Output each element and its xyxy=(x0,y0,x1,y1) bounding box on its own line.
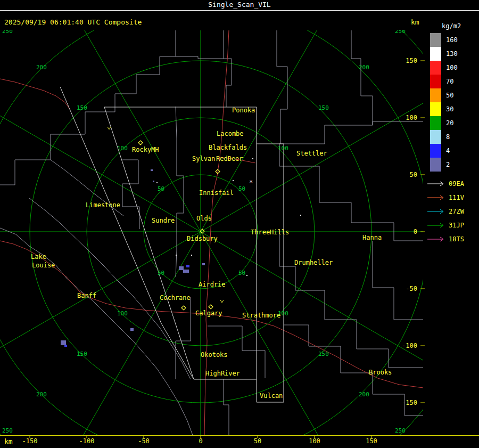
window-title-bar: Single_Scan_VIL xyxy=(0,0,479,11)
city-label: Drumheller xyxy=(294,259,333,266)
city-label: Limestone xyxy=(86,201,120,209)
bottom-axis-tick-label: -50 xyxy=(138,437,150,445)
legend-scale-row: 50 xyxy=(426,88,479,102)
legend-marker-label: 09EA xyxy=(449,180,464,188)
legend-scale-row: 70 xyxy=(426,75,479,88)
bottom-axis-tick-label: -150 xyxy=(22,437,38,445)
town-dot xyxy=(300,215,301,216)
legend-marker-label: 27ZW xyxy=(449,208,464,215)
town-dot xyxy=(156,182,158,183)
legend-scale-row: 2 xyxy=(426,158,479,172)
legend-scale-value: 160 xyxy=(446,36,458,44)
range-ring-label: 100 xyxy=(117,145,128,152)
city-label: RockyMH xyxy=(132,146,159,153)
legend-panel: kg/m2 16013010070503020842 09EA111V27ZW3… xyxy=(426,22,479,246)
city-label: Blackfalds xyxy=(209,144,247,151)
range-ring-label: 50 xyxy=(238,185,245,192)
right-axis-tick-label: -100 xyxy=(402,342,417,349)
legend-color-swatch xyxy=(430,88,441,102)
legend-scale-row: 4 xyxy=(426,144,479,158)
city-label: RedDeer xyxy=(216,155,243,162)
town-dot xyxy=(233,180,234,181)
right-axis-tick-label: 100 xyxy=(406,114,417,121)
bottom-axis-tick-label: 100 xyxy=(309,437,320,445)
city-label: Banff xyxy=(77,292,96,299)
city-label: Innisfail xyxy=(199,189,234,197)
city-label: HighRiver xyxy=(205,370,240,377)
radar-site-marker xyxy=(138,141,143,145)
legend-marker-row: 18TS xyxy=(426,232,479,246)
legend-marker-label: 18TS xyxy=(449,235,464,243)
legend-scale-value: 8 xyxy=(446,133,450,141)
legend-color-swatch xyxy=(430,144,441,158)
range-ring-label: 150 xyxy=(318,104,329,111)
window-title: Single_Scan_VIL xyxy=(208,1,270,9)
municipal-boundary-line xyxy=(176,107,184,277)
precipitation-echo xyxy=(130,328,134,331)
legend-marker-row: 27ZW xyxy=(426,205,479,218)
legend-color-swatch xyxy=(430,116,441,130)
city-label: Louise xyxy=(32,262,55,269)
precipitation-echo xyxy=(64,345,67,347)
site-arrow-icon xyxy=(427,236,446,242)
highway-line xyxy=(0,79,70,110)
municipal-boundary-line xyxy=(29,198,191,379)
legend-marker-row: 09EA xyxy=(426,177,479,191)
city-label: Ponoka xyxy=(232,107,255,114)
right-axis-tick-label: 0 xyxy=(414,228,417,235)
municipal-boundary-line xyxy=(351,30,373,125)
precipitation-echo xyxy=(186,265,189,267)
radar-site-marker xyxy=(209,305,213,309)
city-label: Didsbury xyxy=(187,235,218,242)
legend-marker-row: 31JP xyxy=(426,218,479,232)
city-label: Lacombe xyxy=(217,130,244,137)
city-label: Sundre xyxy=(152,217,175,224)
city-label: ThreeHills xyxy=(251,229,289,236)
radar-plot-area: 5010015020025050100150200250501001502002… xyxy=(0,0,479,448)
legend-scale-value: 130 xyxy=(446,50,458,58)
legend-scale-value: 100 xyxy=(446,64,458,71)
legend-color-swatch xyxy=(430,158,441,172)
legend-scale-row: 8 xyxy=(426,130,479,144)
range-ring-label: 100 xyxy=(117,310,128,317)
city-label: Okotoks xyxy=(201,351,228,359)
range-ring-label: 50 xyxy=(158,270,164,276)
range-ring-label: 200 xyxy=(36,391,47,398)
right-axis-tick-label: 50 xyxy=(410,171,417,178)
precipitation-echo xyxy=(151,169,153,171)
bottom-axis-tick-label: -100 xyxy=(79,437,95,445)
legend-marker-row: 111V xyxy=(426,191,479,205)
municipal-boundary-line xyxy=(224,379,229,435)
range-ring xyxy=(0,0,479,448)
range-ring-label: 200 xyxy=(359,391,369,398)
legend-scale-row: 130 xyxy=(426,47,479,61)
legend-scale-row: 100 xyxy=(426,61,479,75)
legend-color-swatch xyxy=(430,47,441,61)
radar-map-canvas[interactable]: 5010015020025050100150200250501001502002… xyxy=(0,0,479,448)
legend-scale-value: 30 xyxy=(446,105,453,113)
legend-scale-value: 20 xyxy=(446,119,453,127)
radar-site-marker xyxy=(181,306,186,310)
range-ring-label: 250 xyxy=(395,427,406,434)
range-ring-label: 150 xyxy=(77,104,87,111)
city-label: Cochrane xyxy=(160,294,191,302)
legend-scale-value: 4 xyxy=(446,147,450,154)
range-ring-label: 150 xyxy=(318,351,329,357)
scan-sector-outline xyxy=(161,323,194,379)
legend-scale-value: 70 xyxy=(446,78,453,85)
legend-unit-label: kg/m2 xyxy=(442,22,479,30)
bottom-axis-tick-label: 50 xyxy=(254,437,261,445)
storm-vector-marker xyxy=(220,300,224,303)
city-label: Vulcan xyxy=(260,392,283,400)
range-ring-label: 250 xyxy=(2,427,13,434)
bottom-axis-unit-label: km xyxy=(4,437,13,445)
range-ring-label: 100 xyxy=(278,145,288,152)
municipal-boundary-line xyxy=(224,59,232,107)
city-label: Sylvan xyxy=(192,155,215,162)
legend-color-swatch xyxy=(430,61,441,75)
scan-timestamp: 2025/09/19 06:01:40 UTC Composite xyxy=(4,18,142,26)
municipal-boundary-line xyxy=(0,30,176,185)
storm-vector-marker xyxy=(108,127,111,129)
legend-color-swatch xyxy=(430,33,441,47)
legend-marker-label: 31JP xyxy=(449,222,464,229)
